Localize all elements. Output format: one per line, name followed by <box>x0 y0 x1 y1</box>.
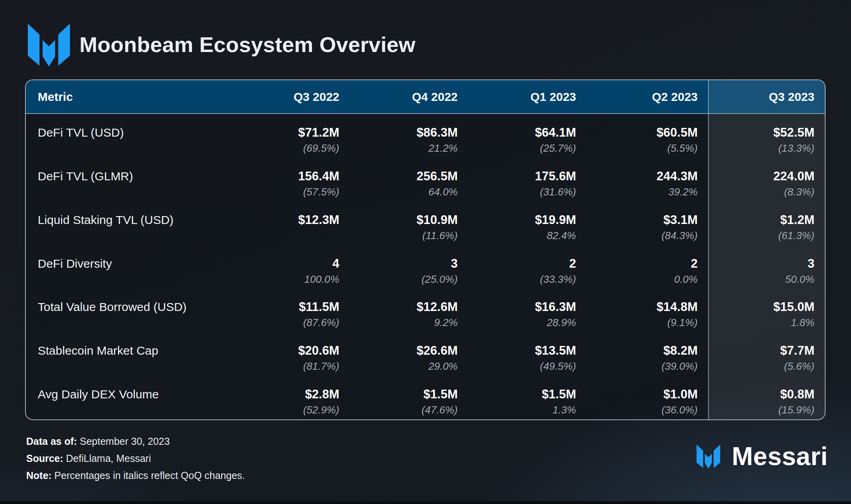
table-row-stablecoin-market-cap: Stablecoin Market Cap$20.6M(81.7%)$26.6M… <box>26 332 825 376</box>
cell-value: $20.6M <box>230 344 339 357</box>
cell-defi-diversity-q3-2022: 4100.0% <box>230 245 350 289</box>
cell-qoq-change: (9.1%) <box>586 317 698 328</box>
cell-value: $71.2M <box>230 126 339 139</box>
cell-value: 244.3M <box>586 170 698 183</box>
cell-defi-tvl-glmr-q2-2023: 244.3M39.2% <box>586 158 708 201</box>
cell-qoq-change: 28.9% <box>468 317 576 328</box>
cell-defi-tvl-usd-q1-2023: $64.1M(25.7%) <box>468 114 586 158</box>
cell-total-value-borrowed-usd-q3-2023: $15.0M1.8% <box>708 288 825 332</box>
cell-qoq-change: (5.6%) <box>709 360 814 372</box>
cell-value: $64.1M <box>468 126 576 139</box>
cell-value: $1.5M <box>350 388 458 401</box>
cell-total-value-borrowed-usd-q2-2023: $14.8M(9.1%) <box>586 288 708 332</box>
cell-value: $52.5M <box>709 126 814 139</box>
cell-qoq-change: (11.6%) <box>350 230 458 241</box>
cell-value: $14.8M <box>586 300 698 314</box>
cell-stablecoin-market-cap-q3-2022: $20.6M(81.7%) <box>230 332 350 376</box>
cell-value: $26.6M <box>350 344 458 357</box>
metric-label: DeFi TVL (GLMR) <box>26 158 230 201</box>
cell-qoq-change: (49.5%) <box>468 360 576 372</box>
cell-qoq-change: 9.2% <box>350 317 458 328</box>
cell-avg-daily-dex-volume-q4-2022: $1.5M(47.6%) <box>350 376 468 419</box>
cell-value: $7.7M <box>709 344 814 357</box>
cell-value: $11.5M <box>230 300 339 314</box>
cell-defi-tvl-glmr-q1-2023: 175.6M(31.6%) <box>468 158 586 201</box>
cell-defi-diversity-q3-2023: 350.0% <box>708 245 825 289</box>
cell-value: 3 <box>350 257 458 270</box>
metric-label: DeFi Diversity <box>26 245 230 289</box>
column-header-q4-2022: Q4 2022 <box>350 80 468 113</box>
cell-qoq-change: (87.6%) <box>230 317 339 328</box>
metric-label: Stablecoin Market Cap <box>26 332 230 376</box>
metric-label: Avg Daily DEX Volume <box>26 376 230 419</box>
cell-value: $86.3M <box>350 126 458 139</box>
cell-stablecoin-market-cap-q2-2023: $8.2M(39.0%) <box>586 332 708 376</box>
cell-qoq-change: (13.3%) <box>709 142 814 154</box>
cell-liquid-staking-tvl-usd-q4-2022: $10.9M(11.6%) <box>350 201 468 245</box>
cell-qoq-change: (69.5%) <box>230 142 339 154</box>
cell-total-value-borrowed-usd-q4-2022: $12.6M9.2% <box>350 288 468 332</box>
footer-notes: Data as of: September 30, 2023 Source: D… <box>26 433 245 484</box>
cell-value: 156.4M <box>230 170 339 183</box>
page-title: Moonbeam Ecosystem Overview <box>79 33 416 56</box>
data-as-of-label: Data as of: <box>26 436 77 447</box>
messari-logo-top <box>26 22 72 68</box>
cell-value: $12.3M <box>230 213 339 227</box>
cell-value: $1.0M <box>586 388 698 401</box>
cell-defi-diversity-q1-2023: 2(33.3%) <box>468 245 586 289</box>
messari-m-icon <box>26 22 72 68</box>
cell-qoq-change: 50.0% <box>709 273 814 285</box>
cell-qoq-change: (25.0%) <box>350 273 458 285</box>
table-row-total-value-borrowed-usd: Total Value Borrowed (USD)$11.5M(87.6%)$… <box>26 288 825 332</box>
cell-stablecoin-market-cap-q4-2022: $26.6M29.0% <box>350 332 468 376</box>
cell-value: $13.5M <box>468 344 576 357</box>
cell-qoq-change: (81.7%) <box>230 360 339 372</box>
note-label: Note: <box>26 470 52 481</box>
messari-brand-bottom: Messari <box>695 442 828 471</box>
cell-value: $3.1M <box>586 213 698 227</box>
cell-qoq-change: 0.0% <box>586 273 698 285</box>
note-value: Percentages in italics reflect QoQ chang… <box>52 470 245 481</box>
bottom-edge-strip <box>0 501 851 504</box>
cell-liquid-staking-tvl-usd-q2-2023: $3.1M(84.3%) <box>586 201 708 245</box>
cell-defi-tvl-glmr-q3-2023: 224.0M(8.3%) <box>708 158 825 201</box>
cell-stablecoin-market-cap-q1-2023: $13.5M(49.5%) <box>468 332 586 376</box>
cell-qoq-change: (33.3%) <box>468 273 576 285</box>
cell-value: 224.0M <box>709 170 814 183</box>
cell-defi-diversity-q4-2022: 3(25.0%) <box>350 245 468 289</box>
cell-qoq-change: (8.3%) <box>709 186 814 198</box>
cell-qoq-change: 39.2% <box>586 186 698 198</box>
table-body: DeFi TVL (USD)$71.2M(69.5%)$86.3M21.2%$6… <box>26 114 825 419</box>
cell-qoq-change: 1.3% <box>468 404 576 416</box>
cell-qoq-change: (25.7%) <box>468 142 576 154</box>
column-header-q3-2022: Q3 2022 <box>230 80 350 113</box>
cell-value: 4 <box>230 257 339 270</box>
column-header-q3-2023: Q3 2023 <box>708 80 825 113</box>
cell-qoq-change: (36.0%) <box>586 404 698 416</box>
messari-wordmark: Messari <box>732 442 828 471</box>
cell-defi-tvl-usd-q3-2023: $52.5M(13.3%) <box>708 114 825 158</box>
cell-liquid-staking-tvl-usd-q3-2022: $12.3M <box>230 201 350 245</box>
table-row-defi-tvl-usd: DeFi TVL (USD)$71.2M(69.5%)$86.3M21.2%$6… <box>26 114 825 158</box>
column-header-q2-2023: Q2 2023 <box>586 80 708 113</box>
cell-value: $0.8M <box>709 388 814 401</box>
cell-qoq-change: (57.5%) <box>230 186 339 198</box>
messari-logo-bottom <box>695 444 721 469</box>
cell-value: 175.6M <box>468 170 576 183</box>
cell-qoq-change: (31.6%) <box>468 186 576 198</box>
metric-label: Total Value Borrowed (USD) <box>26 288 230 332</box>
cell-qoq-change: 82.4% <box>468 230 576 241</box>
cell-qoq-change: 21.2% <box>350 142 458 154</box>
cell-total-value-borrowed-usd-q3-2022: $11.5M(87.6%) <box>230 288 350 332</box>
cell-value: $8.2M <box>586 344 698 357</box>
infographic-page: Moonbeam Ecosystem Overview MetricQ3 202… <box>0 0 851 504</box>
cell-qoq-change: (5.5%) <box>586 142 698 154</box>
cell-value: $2.8M <box>230 388 339 401</box>
cell-qoq-change: (47.6%) <box>350 404 458 416</box>
cell-defi-tvl-usd-q3-2022: $71.2M(69.5%) <box>230 114 350 158</box>
data-as-of-value: September 30, 2023 <box>77 436 170 447</box>
source-label: Source: <box>26 453 63 464</box>
cell-qoq-change: 1.8% <box>709 317 814 328</box>
cell-defi-tvl-glmr-q4-2022: 256.5M64.0% <box>350 158 468 201</box>
cell-value: 256.5M <box>350 170 458 183</box>
